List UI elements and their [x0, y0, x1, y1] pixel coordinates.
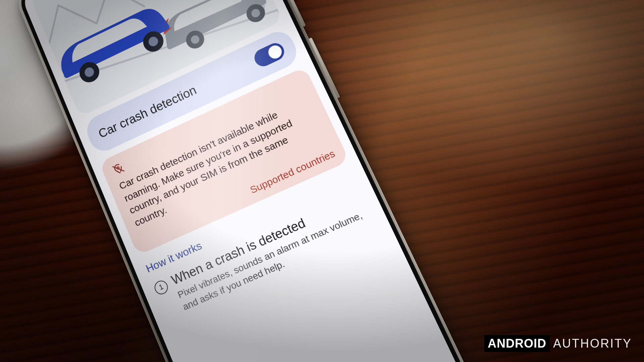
svg-line-1 — [278, 9, 282, 18]
settings-page-car-crash: Car crash detection — [19, 0, 390, 325]
watermark-brand-boxed: ANDROID — [484, 335, 550, 352]
phone-device: Car crash detection — [0, 0, 462, 362]
watermark-brand-plain: AUTHORITY — [553, 337, 632, 351]
car-crash-detection-switch[interactable] — [252, 40, 287, 69]
step-number-badge: 1 — [153, 279, 170, 296]
watermark: ANDROID AUTHORITY — [484, 335, 632, 352]
step-body: Pixel vibrates, sounds an alarm at max v… — [176, 205, 379, 313]
switch-knob — [266, 43, 284, 61]
phone-screen: Car crash detection — [19, 0, 470, 362]
photo-backdrop: Car crash detection — [0, 0, 644, 362]
